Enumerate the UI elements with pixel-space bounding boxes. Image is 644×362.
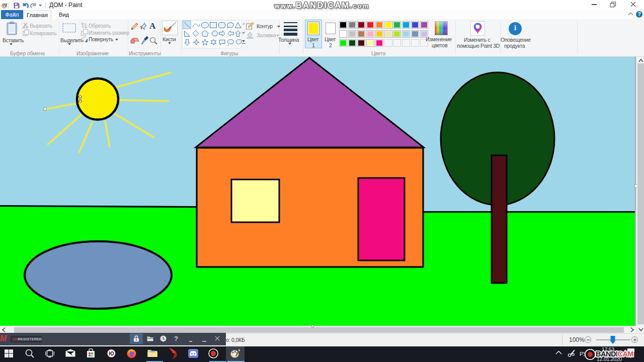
svg-text:BANDICAM: BANDICAM (596, 350, 633, 358)
svg-text:Ю: Ю (109, 351, 114, 356)
